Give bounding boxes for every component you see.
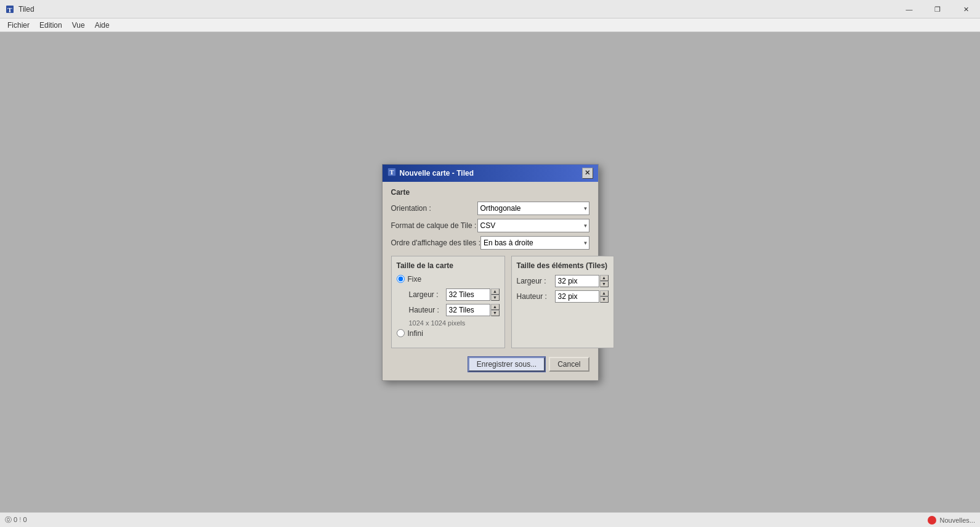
app-icon: T: [5, 4, 15, 14]
dialog-close-button[interactable]: ✕: [582, 168, 593, 179]
menu-aide[interactable]: Aide: [90, 20, 115, 31]
format-select[interactable]: CSV Base64 Base64 (zlib) Base64 (gzip): [477, 219, 589, 232]
format-row: Format de calque de Tile : CSV Base64 Ba…: [391, 219, 589, 232]
tile-hauteur-spinner-btns: ▲ ▼: [600, 290, 609, 303]
format-label: Format de calque de Tile :: [391, 221, 477, 230]
format-select-wrapper[interactable]: CSV Base64 Base64 (zlib) Base64 (gzip) ▼: [477, 219, 589, 232]
map-largeur-input[interactable]: [446, 288, 490, 301]
ordre-select-wrapper[interactable]: En bas à droite En bas à gauche En haut …: [480, 236, 589, 250]
ordre-label: Ordre d'affichage des tiles :: [391, 239, 480, 247]
tile-hauteur-down[interactable]: ▼: [600, 296, 609, 303]
tile-hauteur-spinner: ▲ ▼: [555, 290, 609, 303]
map-hauteur-spinner-btns: ▲ ▼: [491, 304, 500, 316]
sizes-section: Taille de la carte Fixe Largeur : ▲: [391, 256, 589, 348]
map-hauteur-row: Hauteur : ▲ ▼: [397, 304, 500, 316]
fixe-radio[interactable]: [397, 275, 405, 283]
maximize-button[interactable]: ❐: [923, 0, 952, 18]
nouvelle-carte-dialog: T Nouvelle carte - Tiled ✕ Carte Orienta…: [382, 164, 599, 381]
tile-largeur-label: Largeur :: [517, 277, 555, 285]
status-zero-count: 0: [14, 516, 19, 523]
fixe-radio-row: Fixe: [397, 275, 500, 284]
fixe-label[interactable]: Fixe: [408, 275, 422, 284]
infini-radio[interactable]: [397, 329, 405, 337]
dialog-body: Carte Orientation : Orthogonale Isométri…: [383, 182, 598, 380]
app-title: Tiled: [18, 5, 34, 14]
map-largeur-row: Largeur : ▲ ▼: [397, 288, 500, 301]
tile-hauteur-up[interactable]: ▲: [600, 290, 609, 296]
map-size-title: Taille de la carte: [397, 261, 500, 270]
title-bar: T Tiled — ❐ ✕: [0, 0, 980, 18]
save-button[interactable]: Enregistrer sous...: [468, 357, 545, 372]
map-largeur-label: Largeur :: [409, 290, 446, 299]
map-hauteur-input[interactable]: [446, 304, 490, 316]
map-largeur-up[interactable]: ▲: [491, 288, 500, 295]
tile-size-title: Taille des éléments (Tiles): [517, 261, 609, 270]
warning-icon: !: [19, 516, 21, 523]
map-hauteur-label: Hauteur :: [409, 306, 446, 314]
map-largeur-spinner: ▲ ▼: [446, 288, 500, 301]
tile-largeur-spinner: ▲ ▼: [555, 275, 609, 287]
carte-section-header: Carte: [391, 188, 589, 197]
tile-largeur-up[interactable]: ▲: [600, 275, 609, 281]
ordre-row: Ordre d'affichage des tiles : En bas à d…: [391, 236, 589, 250]
menu-fichier[interactable]: Fichier: [2, 20, 34, 31]
map-hauteur-spinner: ▲ ▼: [446, 304, 500, 316]
svg-text:T: T: [7, 6, 12, 14]
tile-hauteur-row: Hauteur : ▲ ▼: [517, 290, 609, 303]
tile-largeur-down[interactable]: ▼: [600, 281, 609, 287]
menu-vue[interactable]: Vue: [67, 20, 90, 31]
modal-overlay: T Nouvelle carte - Tiled ✕ Carte Orienta…: [0, 32, 980, 512]
cancel-button[interactable]: Cancel: [549, 357, 589, 372]
dialog-title-bar: T Nouvelle carte - Tiled ✕: [383, 165, 598, 182]
tile-largeur-spinner-btns: ▲ ▼: [600, 275, 609, 287]
map-hauteur-up[interactable]: ▲: [491, 304, 500, 310]
map-largeur-spinner-btns: ▲ ▼: [491, 288, 500, 301]
tile-size-box: Taille des éléments (Tiles) Largeur : ▲ …: [511, 256, 614, 348]
status-nouvelles: Nouvelles...: [940, 517, 975, 524]
zero-icon: ⓪: [5, 516, 12, 523]
pixel-info: 1024 x 1024 pixels: [397, 319, 500, 327]
menu-edition[interactable]: Edition: [34, 20, 67, 31]
tile-largeur-row: Largeur : ▲ ▼: [517, 275, 609, 287]
tile-hauteur-label: Hauteur :: [517, 292, 555, 301]
close-button[interactable]: ✕: [952, 0, 980, 18]
map-largeur-down[interactable]: ▼: [491, 295, 500, 301]
infini-radio-row: Infini: [397, 329, 500, 338]
ordre-select[interactable]: En bas à droite En bas à gauche En haut …: [480, 236, 589, 250]
menu-bar: Fichier Edition Vue Aide: [0, 18, 980, 32]
orientation-select[interactable]: Orthogonale Isométrique Hexagonale: [477, 202, 589, 215]
map-hauteur-down[interactable]: ▼: [491, 310, 500, 316]
orientation-row: Orientation : Orthogonale Isométrique He…: [391, 202, 589, 215]
svg-text:T: T: [389, 169, 394, 176]
status-dot: [928, 516, 936, 525]
status-left: ⓪ 0 ! 0: [5, 515, 27, 525]
status-warning-count: 0: [23, 516, 26, 523]
orientation-select-wrapper[interactable]: Orthogonale Isométrique Hexagonale ▼: [477, 202, 589, 215]
tile-hauteur-input[interactable]: [555, 290, 599, 303]
dialog-icon: T: [387, 168, 396, 178]
dialog-buttons: Enregistrer sous... Cancel: [391, 354, 589, 372]
dialog-title: Nouvelle carte - Tiled: [400, 169, 474, 178]
minimize-button[interactable]: —: [895, 0, 923, 18]
infini-label[interactable]: Infini: [408, 329, 423, 338]
window-controls: — ❐ ✕: [895, 0, 980, 18]
orientation-label: Orientation :: [391, 204, 477, 213]
map-size-box: Taille de la carte Fixe Largeur : ▲: [391, 256, 505, 348]
carte-section: Carte Orientation : Orthogonale Isométri…: [391, 188, 589, 250]
tile-largeur-input[interactable]: [555, 275, 599, 287]
status-bar: ⓪ 0 ! 0 Nouvelles...: [0, 512, 980, 527]
status-right: Nouvelles...: [928, 516, 975, 525]
